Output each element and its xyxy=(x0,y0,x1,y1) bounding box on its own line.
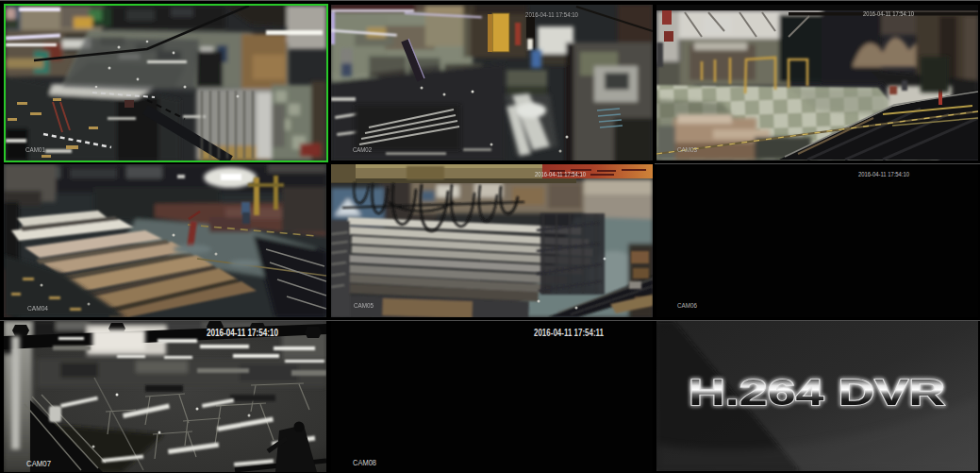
svg-text:CAM05: CAM05 xyxy=(354,302,374,309)
svg-text:CAM03: CAM03 xyxy=(677,146,697,153)
svg-text:2016-04-11 17:54:10: 2016-04-11 17:54:10 xyxy=(207,328,278,338)
svg-text:2016-04-11 17:54:10: 2016-04-11 17:54:10 xyxy=(863,10,914,17)
svg-text:2016-04-11 17:54:11: 2016-04-11 17:54:11 xyxy=(534,328,604,338)
svg-text:CAM08: CAM08 xyxy=(353,458,376,467)
svg-text:CAM07: CAM07 xyxy=(26,459,51,468)
svg-text:CAM06: CAM06 xyxy=(677,302,697,309)
svg-text:2016-04-11 17:54:10: 2016-04-11 17:54:10 xyxy=(858,171,909,177)
svg-text:2016-04-11 17:54:10: 2016-04-11 17:54:10 xyxy=(525,11,578,18)
svg-text:CAM01: CAM01 xyxy=(25,146,45,153)
svg-text:CAM02: CAM02 xyxy=(353,146,372,153)
svg-text:CAM04: CAM04 xyxy=(27,305,48,312)
svg-text:H.264 DVR: H.264 DVR xyxy=(689,372,945,413)
svg-text:2016-04-11 17:54:10: 2016-04-11 17:54:10 xyxy=(535,171,586,177)
